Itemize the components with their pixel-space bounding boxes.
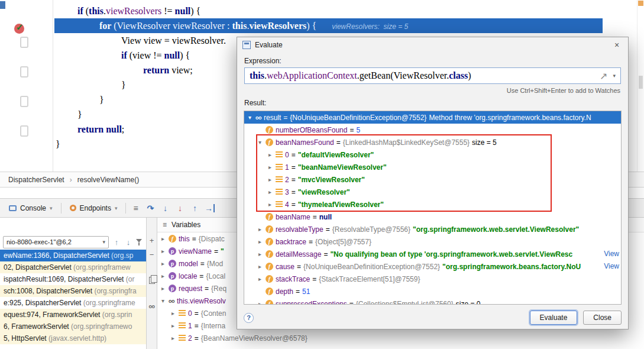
chevron-right-icon[interactable]: ▸	[267, 151, 273, 158]
error-stripe-mark[interactable]	[638, 1, 643, 6]
stack-frame-row[interactable]: 6, FrameworkServlet (org.springframewo	[0, 321, 146, 332]
text-segment: this	[89, 6, 103, 16]
close-icon[interactable]: ×	[611, 40, 623, 50]
chevron-right-icon[interactable]: ▸	[160, 248, 166, 254]
gutter-mark-icon[interactable]	[20, 66, 28, 77]
chevron-right-icon[interactable]: ▸	[267, 189, 273, 195]
chevron-right-icon[interactable]: ▸	[160, 273, 166, 279]
result-tree-row[interactable]: ▸fstackTrace = {StackTraceElement[51]@75…	[244, 273, 621, 285]
step-over-icon[interactable]: ↷	[144, 202, 157, 215]
result-tree-row[interactable]: fdepth = 51	[244, 285, 621, 298]
code-line[interactable]: for (ViewResolver viewResolver : this.vi…	[54, 18, 603, 33]
dialog-footer: ? Evaluate Close	[237, 306, 628, 329]
gutter-mark-icon[interactable]	[20, 96, 28, 107]
result-tree-row[interactable]: ▸fsuppressedExceptions = {Collections$Em…	[244, 298, 621, 305]
result-tree-row[interactable]: ▸1 = "beanNameViewResolver"	[244, 161, 621, 173]
chevron-down-icon[interactable]: ▾	[160, 298, 166, 304]
force-step-into-icon[interactable]: ↓	[173, 202, 186, 215]
code-line[interactable]: if (this.viewResolvers != null) {	[54, 4, 603, 18]
chevron-right-icon[interactable]: ▸	[257, 300, 263, 305]
text-segment: }	[77, 109, 82, 119]
text-segment: "beanNameViewResolver"	[298, 163, 387, 172]
evaluate-button[interactable]: Evaluate	[530, 311, 578, 325]
add-watch-icon[interactable]: +	[150, 235, 154, 245]
expand-editor-icon[interactable]: ↗	[600, 70, 607, 82]
scrollbar-thumb[interactable]	[639, 76, 643, 89]
chevron-down-icon[interactable]: ▾	[257, 139, 263, 146]
result-tree-row[interactable]: ▸4 = "thymeleafViewResolver"	[244, 198, 621, 211]
chevron-right-icon[interactable]: ▸	[257, 276, 263, 282]
stack-frame-row[interactable]: ewName:1366, DispatcherServlet (org.sp	[0, 250, 146, 261]
variable-row[interactable]: ▸2 = {BeanNameViewResolver@6578}	[157, 332, 644, 344]
chevron-right-icon[interactable]: ▸	[160, 235, 166, 242]
chevron-right-icon[interactable]: ▸	[257, 226, 263, 232]
result-tree-row[interactable]: fnumberOfBeansFound = 5	[244, 124, 621, 136]
breadcrumb-item-class[interactable]: DispatcherServlet	[8, 176, 64, 184]
filter-frames-icon[interactable]	[136, 238, 143, 246]
chevron-right-icon[interactable]: ▸	[257, 263, 263, 270]
tab-endpoints[interactable]: Endpoints ▾	[64, 199, 123, 217]
gutter-mark-icon[interactable]	[20, 37, 28, 48]
stack-frame-row[interactable]: sch:1008, DispatcherServlet (org.springf…	[0, 285, 146, 297]
text-segment: ) {	[306, 21, 316, 31]
chevron-right-icon[interactable]: ▸	[257, 238, 263, 245]
result-tree-row[interactable]: ▸fresolvableType = {ResolvableType@7556}…	[244, 223, 621, 235]
chevron-down-icon[interactable]: ▾	[50, 205, 53, 211]
chevron-right-icon[interactable]: ▸	[267, 201, 273, 208]
text-segment: 4	[285, 201, 289, 209]
tab-console[interactable]: Console ▾	[4, 199, 58, 217]
run-to-cursor-icon[interactable]: →	[203, 202, 216, 215]
chevron-down-icon[interactable]: ▾	[613, 73, 616, 79]
result-tree-row[interactable]: fbeanName = null	[244, 211, 621, 223]
dialog-title-bar[interactable]: Evaluate ×	[237, 37, 628, 53]
text-segment: this	[250, 70, 264, 80]
chevron-right-icon[interactable]: ▸	[257, 251, 263, 257]
next-frame-icon[interactable]: ↓	[124, 238, 132, 247]
text-segment: if	[121, 50, 130, 60]
view-link[interactable]: View	[598, 260, 619, 273]
step-into-icon[interactable]: ↓	[158, 202, 171, 215]
thread-selector[interactable]: nio-8080-exec-1"@6,2 ▾	[3, 236, 109, 248]
breakpoint-icon[interactable]	[14, 24, 24, 34]
stack-frame-row[interactable]: ispatchResult:1069, DispatcherServlet (o…	[0, 273, 146, 285]
debug-step-buttons: ≡↷↓↓↑→	[129, 202, 216, 215]
stack-frame-row[interactable]: e:925, DispatcherServlet (org.springfram…	[0, 297, 146, 309]
result-tree-row[interactable]: ▸fcause = {NoUniqueBeanDefinitionExcepti…	[244, 260, 621, 273]
result-tree-row[interactable]: ▾ooresult = {NoUniqueBeanDefinitionExcep…	[244, 111, 621, 124]
menu-icon[interactable]: ≡	[163, 221, 167, 229]
stack-frame-row[interactable]: 02, DispatcherServlet (org.springframew	[0, 261, 146, 273]
chevron-right-icon[interactable]: ▸	[170, 310, 176, 316]
expression-input[interactable]: this.webApplicationContext.getBean(ViewR…	[244, 67, 621, 84]
stack-frame-row[interactable]: 5, HttpServlet (javax.servlet.http)	[0, 332, 146, 344]
prev-frame-icon[interactable]: ↑	[112, 238, 121, 247]
chevron-right-icon[interactable]: ▸	[170, 335, 176, 341]
copy-icon[interactable]	[149, 276, 155, 285]
close-button[interactable]: Close	[583, 311, 622, 325]
result-tree-row[interactable]: ▸3 = "viewResolver"	[244, 186, 621, 198]
result-tree-row[interactable]: ▸fbacktrace = {Object[5]@7557}	[244, 235, 621, 248]
chevron-right-icon[interactable]: ▸	[160, 260, 166, 267]
result-tree-row[interactable]: ▾fbeanNamesFound = {LinkedHashMap$Linked…	[244, 136, 621, 148]
frame-package: (org.springfra	[94, 287, 136, 295]
help-icon[interactable]: ?	[244, 313, 254, 323]
remove-watch-icon[interactable]: −	[150, 250, 154, 259]
result-tree-row[interactable]: ▸fdetailMessage = "No qualifying bean of…	[244, 248, 621, 260]
chevron-down-icon[interactable]: ▾	[115, 205, 118, 211]
chevron-right-icon[interactable]: ▸	[267, 176, 273, 183]
chevron-right-icon[interactable]: ▸	[170, 322, 176, 329]
step-out-icon[interactable]: ↑	[188, 202, 201, 215]
chevron-right-icon[interactable]: ▸	[160, 285, 166, 292]
result-tree-row[interactable]: ▸2 = "mvcViewResolver"	[244, 173, 621, 186]
stack-frame-row[interactable]: equest:974, FrameworkServlet (org.sprin	[0, 309, 146, 321]
frame-package: (org.sp	[111, 251, 133, 260]
gutter-mark-icon[interactable]	[20, 125, 28, 137]
view-link[interactable]: View	[598, 248, 619, 260]
watches-toolbar: +−oo	[147, 218, 157, 349]
show-watches-icon[interactable]: oo	[149, 302, 155, 311]
breadcrumb-item-method[interactable]: resolveViewName()	[77, 176, 139, 184]
settings-menu-icon[interactable]: ≡	[129, 202, 142, 215]
result-tree-row[interactable]: ▸0 = "defaultViewResolver"	[244, 148, 621, 161]
chevron-right-icon[interactable]: ▸	[267, 164, 273, 170]
chevron-down-icon[interactable]: ▾	[247, 114, 253, 121]
editor-scrollbar-stripe[interactable]	[637, 0, 644, 172]
